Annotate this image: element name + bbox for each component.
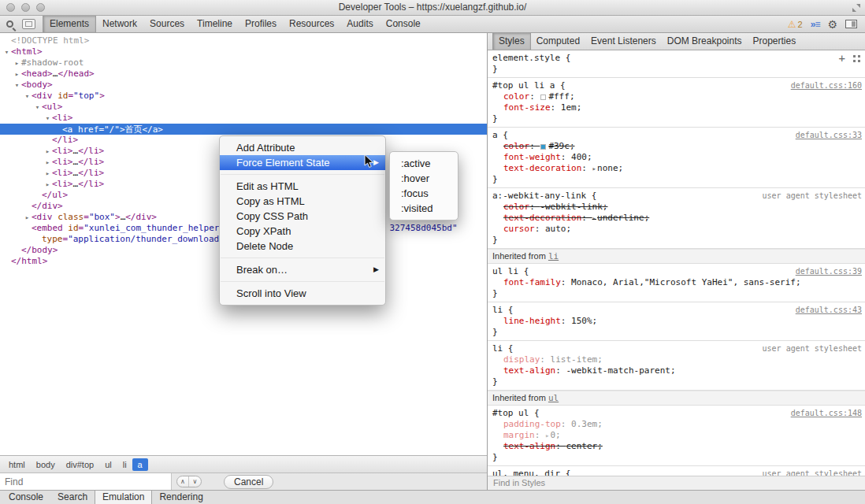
drawer-tab-search[interactable]: Search (50, 491, 95, 504)
expand-arrow-icon[interactable]: ▸ (43, 147, 52, 155)
submenu-item-hover[interactable]: :hover (390, 171, 458, 186)
dom-node[interactable]: ▾<html> (0, 46, 487, 57)
css-selector[interactable]: li (492, 305, 503, 315)
dom-node-selected[interactable]: <a href="/">首页</a> (0, 124, 487, 135)
css-property[interactable]: color: -webkit-link; (492, 202, 862, 213)
collapse-arrow-icon[interactable]: ▾ (13, 81, 21, 89)
collapse-arrow-icon[interactable]: ▾ (43, 114, 52, 122)
toolbar-tab-profiles[interactable]: Profiles (239, 16, 283, 32)
expand-value-icon[interactable]: ▸ (545, 432, 549, 439)
new-style-rule-icon[interactable]: + (839, 54, 845, 63)
fullscreen-icon[interactable] (852, 4, 860, 12)
toolbar-tab-elements[interactable]: Elements (43, 16, 96, 32)
element-state-icon[interactable] (853, 55, 860, 62)
css-property[interactable]: text-decoration: ▸none; (492, 163, 862, 174)
dock-side-icon[interactable] (845, 20, 857, 28)
breadcrumb-item-div-top[interactable]: div#top (61, 458, 99, 471)
expand-arrow-icon[interactable]: ▸ (13, 59, 21, 67)
breadcrumb-item-html[interactable]: html (3, 458, 31, 471)
submenu-item-active[interactable]: :active (390, 156, 458, 171)
expand-arrow-icon[interactable]: ▸ (43, 169, 52, 177)
css-selector[interactable]: a:-webkit-any-link (492, 191, 586, 201)
css-selector[interactable]: li (492, 343, 503, 354)
breadcrumb-item-body[interactable]: body (31, 458, 61, 471)
sidebar-tab-computed[interactable]: Computed (531, 33, 585, 50)
css-selector[interactable]: ul li (492, 266, 518, 276)
dom-node[interactable]: <!DOCTYPE html> (0, 35, 487, 46)
css-property[interactable]: display: list-item; (492, 354, 862, 365)
css-property[interactable]: text-decoration: ▸underline; (492, 213, 862, 224)
css-property[interactable]: margin: ▸0; (492, 430, 862, 441)
dom-node[interactable]: ▸#shadow-root (0, 57, 487, 69)
toolbar-tab-network[interactable]: Network (96, 16, 143, 32)
stylesheet-link[interactable]: default.css:39 (796, 266, 862, 277)
find-next-button[interactable]: ∨ (189, 476, 201, 487)
dom-node[interactable]: ▾<li> (0, 113, 487, 124)
sidebar-tab-dom-breakpoints[interactable]: DOM Breakpoints (662, 33, 748, 50)
inherited-node-link[interactable]: ul (548, 393, 559, 403)
dom-node[interactable]: ▸<head>…</head> (0, 69, 487, 80)
css-property[interactable]: color: #fff; (492, 91, 862, 102)
collapse-arrow-icon[interactable]: ▾ (2, 48, 11, 56)
cancel-button[interactable]: Cancel (224, 475, 273, 489)
context-menu-item-add-attribute[interactable]: Add Attribute (220, 140, 385, 155)
css-property[interactable]: font-family: Monaco, Arial,"Microsoft Ya… (492, 277, 862, 288)
dom-node[interactable]: ▾<ul> (0, 102, 487, 113)
inspect-search-button[interactable] (0, 16, 19, 32)
collapse-arrow-icon[interactable]: ▾ (33, 103, 42, 111)
color-swatch-icon[interactable] (540, 144, 546, 150)
context-menu-item-edit-as-html[interactable]: Edit as HTML (220, 179, 385, 194)
css-selector[interactable]: element.style (492, 53, 560, 63)
css-property[interactable]: cursor: auto; (492, 224, 862, 235)
find-previous-button[interactable]: ∧ (177, 476, 189, 487)
minimize-button[interactable] (21, 3, 30, 12)
sidebar-tab-styles[interactable]: Styles (492, 33, 531, 50)
dom-node[interactable]: ▾<body> (0, 80, 487, 91)
stylesheet-link[interactable]: default.css:160 (791, 80, 862, 91)
expand-arrow-icon[interactable]: ▸ (13, 70, 21, 78)
close-button[interactable] (6, 3, 15, 12)
dom-node[interactable]: ▾<div id="top"> (0, 91, 487, 102)
context-menu-item-scroll-into-view[interactable]: Scroll into View (220, 286, 385, 301)
stylesheet-link[interactable]: default.css:43 (796, 305, 862, 316)
css-selector[interactable]: #top ul (492, 408, 529, 418)
breadcrumb-item-li[interactable]: li (117, 458, 132, 471)
css-property[interactable]: text-align: center; (492, 441, 862, 452)
submenu-item-visited[interactable]: :visited (390, 201, 458, 216)
stylesheet-link[interactable]: default.css:33 (796, 130, 862, 141)
find-input[interactable] (0, 473, 172, 490)
css-property[interactable]: line-height: 150%; (492, 316, 862, 327)
drawer-tab-emulation[interactable]: Emulation (95, 491, 152, 504)
drawer-tab-console[interactable]: Console (2, 491, 50, 504)
device-mode-button[interactable] (19, 16, 38, 32)
warning-badge[interactable]: ⚠ 2 (788, 20, 803, 29)
context-menu-item-copy-xpath[interactable]: Copy XPath (220, 224, 385, 239)
css-property[interactable]: padding-top: 0.3em; (492, 419, 862, 430)
drawer-tab-rendering[interactable]: Rendering (152, 491, 210, 504)
toolbar-tab-console[interactable]: Console (380, 16, 427, 32)
color-swatch-icon[interactable] (540, 94, 546, 100)
css-selector[interactable]: a (492, 130, 498, 140)
css-selector[interactable]: ul, menu, dir (492, 469, 560, 476)
sidebar-tab-event-listeners[interactable]: Event Listeners (585, 33, 662, 50)
toolbar-tab-resources[interactable]: Resources (283, 16, 340, 32)
expand-arrow-icon[interactable]: ▸ (43, 180, 52, 188)
context-menu-item-break-on[interactable]: Break on…▶ (220, 262, 385, 277)
css-property[interactable]: font-size: 1em; (492, 102, 862, 113)
zoom-button[interactable] (36, 3, 45, 12)
context-menu-item-copy-css-path[interactable]: Copy CSS Path (220, 209, 385, 224)
toolbar-tab-sources[interactable]: Sources (143, 16, 191, 32)
context-menu-item-copy-as-html[interactable]: Copy as HTML (220, 194, 385, 209)
console-drawer-icon[interactable]: »≡ (811, 19, 820, 30)
collapse-arrow-icon[interactable]: ▾ (23, 92, 32, 100)
expand-value-icon[interactable]: ▸ (592, 214, 596, 222)
inherited-node-link[interactable]: li (548, 251, 559, 261)
sidebar-tab-properties[interactable]: Properties (747, 33, 801, 50)
toolbar-tab-audits[interactable]: Audits (340, 16, 379, 32)
breadcrumb-item-a[interactable]: a (132, 458, 148, 471)
expand-value-icon[interactable]: ▸ (592, 165, 596, 172)
context-menu-item-force-element-state[interactable]: Force Element State▶ (220, 155, 385, 170)
breadcrumb-item-ul[interactable]: ul (99, 458, 117, 471)
toolbar-tab-timeline[interactable]: Timeline (191, 16, 239, 32)
expand-arrow-icon[interactable]: ▸ (43, 158, 52, 166)
